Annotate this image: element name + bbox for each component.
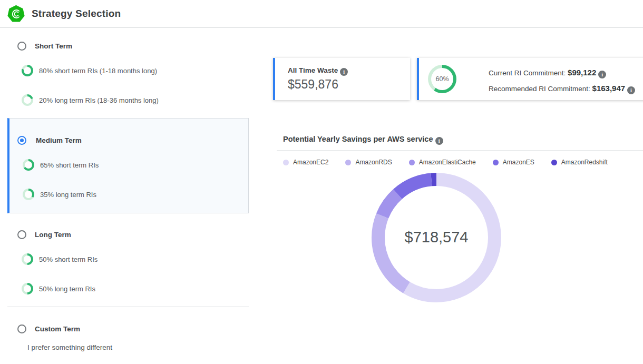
allocation-ring-35: [23, 189, 34, 200]
allocation-label: 80% short term RIs (1-18 months long): [39, 67, 157, 75]
current-ri-value: $99,122: [568, 68, 596, 77]
waste-card-title: All Time Waste i: [288, 66, 348, 76]
legend-label: AmazonRDS: [355, 159, 392, 166]
allocation-ring-20: [22, 94, 33, 106]
allocation-label: 50% short term RIs: [39, 255, 98, 263]
app-logo-icon: [7, 5, 25, 23]
legend-dot: [283, 160, 289, 165]
legend-label: AmazonES: [503, 159, 534, 166]
legend-item-amazones[interactable]: AmazonES: [493, 159, 534, 166]
strategy-selection-page: Strategy Selection Short Term 80% short …: [0, 0, 643, 364]
allocation-label: 50% long term RIs: [39, 285, 95, 293]
page-title: Strategy Selection: [32, 8, 121, 19]
info-icon[interactable]: i: [627, 86, 635, 94]
allocation-label: 20% long term RIs (18-36 months long): [39, 96, 159, 104]
legend-label: AmazonRedshift: [561, 159, 608, 166]
legend-label: AmazonElastiCache: [419, 159, 476, 166]
recommended-ri-commitment: Recommended RI Commitment: $163,947 i: [489, 84, 635, 94]
allocation-label: 65% short term RIs: [40, 161, 99, 169]
section-label-medium-term[interactable]: Medium Term: [36, 136, 82, 144]
page-header: Strategy Selection: [0, 0, 643, 28]
legend-dot: [409, 160, 415, 165]
legend-dot: [551, 160, 557, 165]
legend-item-amazonredshift[interactable]: AmazonRedshift: [551, 159, 608, 166]
allocation-label: 35% long term RIs: [40, 191, 96, 199]
recommended-ri-value: $163,947: [592, 84, 626, 93]
section-label-custom-term[interactable]: Custom Term: [35, 325, 80, 333]
radio-custom-term[interactable]: [17, 324, 26, 333]
all-time-waste-card: All Time Waste i $559,876: [273, 58, 410, 100]
utilization-percent-label: 60%: [428, 65, 456, 93]
donut-center-value: $718,574: [371, 229, 502, 246]
legend-label: AmazonEC2: [293, 159, 328, 166]
section-label-short-term[interactable]: Short Term: [35, 42, 72, 50]
legend-item-amazonrds[interactable]: AmazonRDS: [345, 159, 392, 166]
waste-card-value: $559,876: [288, 77, 338, 92]
custom-term-description: I prefer something different: [27, 343, 112, 351]
radio-short-term[interactable]: [17, 42, 26, 51]
current-ri-commitment: Current RI Commitment: $99,122 i: [489, 68, 606, 78]
chart-divider: [277, 150, 643, 151]
info-icon[interactable]: i: [598, 71, 606, 78]
allocation-ring-50-short: [22, 253, 33, 265]
radio-long-term[interactable]: [17, 230, 26, 239]
legend-dot: [493, 160, 499, 165]
allocation-ring-80: [22, 65, 33, 76]
radio-medium-term[interactable]: [17, 136, 26, 145]
legend-dot: [345, 160, 351, 165]
section-label-long-term[interactable]: Long Term: [35, 231, 71, 239]
info-icon[interactable]: i: [435, 137, 443, 145]
utilization-ring: 60%: [428, 65, 456, 93]
allocation-ring-65: [23, 159, 34, 171]
allocation-ring-50-long: [22, 283, 33, 294]
info-icon[interactable]: i: [340, 68, 348, 76]
section-divider: [7, 307, 249, 307]
legend-item-amazonelasticache[interactable]: AmazonElastiCache: [409, 159, 476, 166]
ri-commitment-card: 60% Current RI Commitment: $99,122 i Rec…: [417, 58, 643, 100]
legend-item-amazonec2[interactable]: AmazonEC2: [283, 159, 328, 166]
chart-title: Potential Yearly Savings per AWS service…: [283, 135, 443, 145]
chart-legend: AmazonEC2 AmazonRDS AmazonElastiCache Am…: [283, 159, 608, 166]
